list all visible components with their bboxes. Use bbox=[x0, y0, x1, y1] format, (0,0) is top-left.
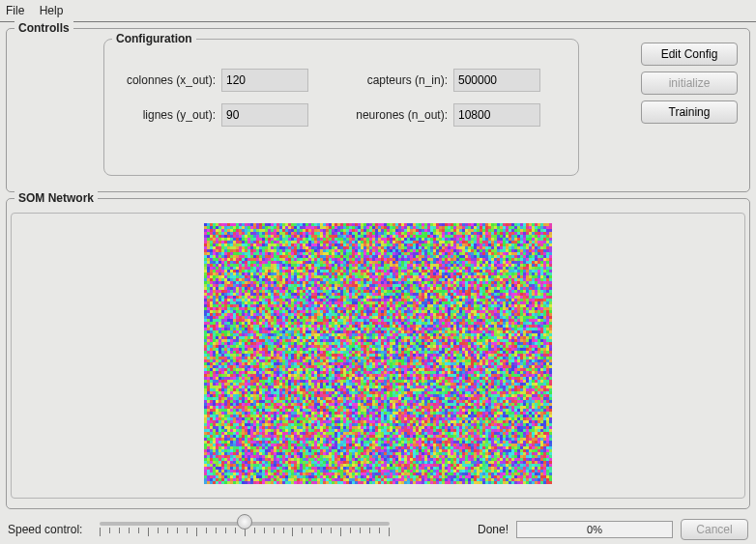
colonnes-label: colonnes (x_out): bbox=[104, 73, 216, 87]
colonnes-input[interactable] bbox=[221, 69, 308, 92]
speed-slider[interactable] bbox=[90, 518, 399, 541]
done-label: Done! bbox=[478, 523, 509, 536]
action-buttons: Edit Config initialize Training bbox=[641, 43, 738, 124]
lignes-input[interactable] bbox=[221, 103, 308, 127]
menubar: File Help bbox=[0, 0, 756, 22]
controls-panel: Controlls Configuration colonnes (x_out)… bbox=[6, 28, 750, 192]
initialize-button: initialize bbox=[641, 72, 738, 95]
footer: Speed control: Done! 0% Cancel bbox=[0, 515, 756, 544]
capteurs-label: capteurs (n_in): bbox=[336, 73, 448, 87]
progress-bar: 0% bbox=[516, 521, 673, 538]
configuration-title: Configuration bbox=[112, 32, 196, 45]
som-inner bbox=[11, 213, 745, 499]
som-network-panel: SOM Network bbox=[6, 198, 750, 509]
neurones-input[interactable] bbox=[453, 103, 540, 127]
cancel-button: Cancel bbox=[681, 519, 748, 540]
lignes-label: lignes (y_out): bbox=[104, 108, 216, 122]
progress-text: 0% bbox=[587, 524, 602, 535]
speed-control-label: Speed control: bbox=[8, 523, 82, 536]
capteurs-input[interactable] bbox=[453, 69, 540, 92]
controls-title: Controlls bbox=[15, 21, 73, 35]
menu-help[interactable]: Help bbox=[40, 4, 64, 17]
configuration-panel: Configuration colonnes (x_out): capteurs… bbox=[103, 39, 579, 176]
training-button[interactable]: Training bbox=[641, 100, 738, 124]
som-title: SOM Network bbox=[15, 191, 98, 205]
slider-thumb[interactable] bbox=[237, 514, 252, 530]
edit-config-button[interactable]: Edit Config bbox=[641, 43, 738, 66]
neurones-label: neurones (n_out): bbox=[336, 108, 448, 122]
menu-file[interactable]: File bbox=[6, 4, 24, 17]
som-canvas bbox=[204, 223, 552, 484]
